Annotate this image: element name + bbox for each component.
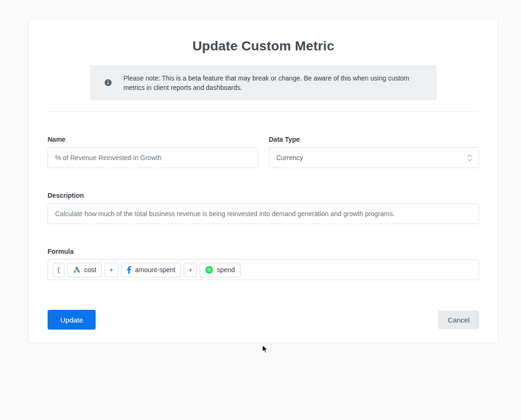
beta-notice-banner: Please note: This is a beta feature that… bbox=[90, 65, 437, 100]
update-button[interactable]: Update bbox=[48, 310, 96, 330]
google-ads-icon bbox=[73, 266, 81, 274]
formula-token-plus-2[interactable]: + bbox=[184, 263, 197, 277]
facebook-icon bbox=[127, 266, 131, 274]
formula-token-spotify-spend[interactable]: spend bbox=[200, 263, 240, 277]
page-title: Update Custom Metric bbox=[48, 39, 479, 54]
formula-token-open-paren[interactable]: ( bbox=[53, 263, 65, 277]
section-divider bbox=[48, 111, 479, 112]
cancel-button[interactable]: Cancel bbox=[438, 311, 479, 329]
data-type-selected-value: Currency bbox=[277, 154, 303, 162]
formula-label: Formula bbox=[48, 248, 479, 255]
formula-token-label: amount-spent bbox=[135, 266, 176, 274]
data-type-select[interactable]: Currency bbox=[269, 147, 480, 168]
data-type-label: Data Type bbox=[269, 136, 480, 143]
formula-token-plus-1[interactable]: + bbox=[105, 263, 118, 277]
spotify-icon bbox=[205, 266, 213, 274]
info-icon bbox=[104, 79, 112, 87]
description-label: Description bbox=[48, 192, 479, 199]
formula-token-label: cost bbox=[84, 266, 97, 274]
formula-input[interactable]: ( cost + bbox=[48, 259, 479, 280]
name-input[interactable] bbox=[48, 147, 258, 168]
formula-token-facebook-amount-spent[interactable]: amount-spent bbox=[121, 263, 181, 277]
description-input[interactable] bbox=[48, 203, 479, 224]
description-field-group: Description bbox=[48, 192, 479, 224]
formula-token-google-ads-cost[interactable]: cost bbox=[67, 263, 102, 277]
name-field-group: Name bbox=[48, 136, 258, 168]
name-label: Name bbox=[48, 136, 258, 143]
page-background: { "page": { "title": "Update Custom Metr… bbox=[0, 0, 521, 420]
formula-field-group: Formula ( cost + bbox=[48, 248, 479, 280]
mouse-cursor-icon bbox=[260, 344, 269, 356]
beta-notice-text: Please note: This is a beta feature that… bbox=[123, 73, 411, 92]
data-type-field-group: Data Type Currency bbox=[269, 136, 480, 168]
select-chevrons-icon bbox=[467, 153, 472, 162]
update-custom-metric-modal: Update Custom Metric Please note: This i… bbox=[28, 19, 498, 343]
formula-token-label: spend bbox=[217, 266, 235, 274]
